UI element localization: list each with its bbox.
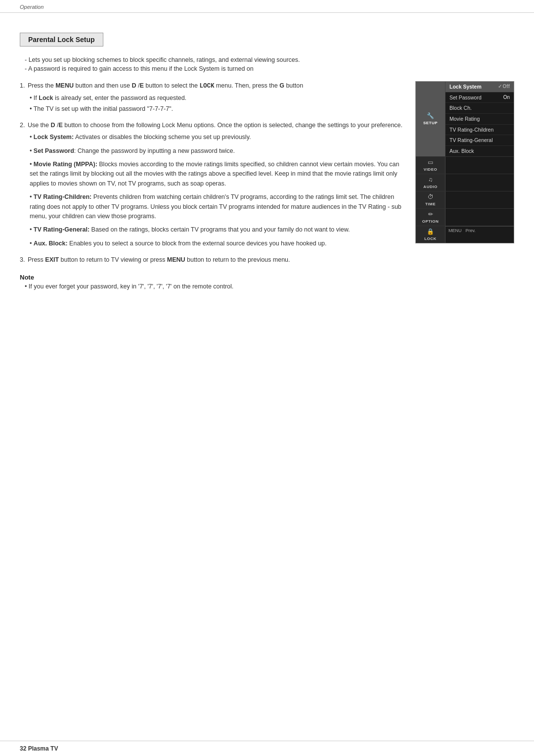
menu-item-tv-rating-general: TV Rating-General — [445, 135, 514, 146]
menu-row-lock: 🔒 LOCK MENU Prev. — [416, 226, 514, 243]
step-3: 3. Press EXIT button to return to TV vie… — [20, 255, 405, 265]
menu-item-block-ch: Block Ch. — [445, 103, 514, 114]
menu-row-setup: 🔧 SETUP Lock System ✓Off Set Password On… — [416, 82, 514, 157]
step1-sub-1: If Lock is already set, enter the passwo… — [30, 94, 405, 103]
step-2: 2. Use the D /E button to choose from th… — [20, 121, 405, 248]
lock-system-label: Lock System — [449, 83, 482, 91]
menu-item-set-password: Set Password On — [445, 93, 514, 103]
step-2-number: 2. — [20, 122, 25, 129]
main-content: Parental Lock Setup Lets you set up bloc… — [0, 13, 534, 317]
lock-icon: 🔒 — [427, 228, 434, 235]
option-tv-rating-children: TV Rating-Children: Prevents children fr… — [30, 192, 405, 221]
menu-bottom-bar: MENU Prev. — [445, 226, 514, 235]
section-label: Operation — [20, 4, 44, 10]
option-movie-rating: Movie Rating (MPPA): Blocks movies accor… — [30, 160, 405, 189]
time-icon: ⏱ — [428, 193, 434, 200]
menu-cat-time: ⏱ TIME — [416, 191, 445, 208]
option-items — [445, 209, 514, 226]
set-password-value: On — [503, 94, 510, 101]
lock-label: LOCK — [424, 236, 437, 241]
menu-cat-lock: 🔒 LOCK — [416, 226, 445, 243]
audio-icon: ♫ — [428, 176, 433, 183]
audio-label: AUDIO — [423, 185, 437, 189]
footer: 32 Plasma TV — [0, 741, 534, 756]
menu-cat-setup: 🔧 SETUP — [416, 82, 445, 156]
note-text: If you ever forget your password, key in… — [20, 283, 405, 290]
top-bar: Operation — [0, 0, 534, 13]
option-icon: ✏ — [428, 211, 433, 218]
video-icon: ▭ — [428, 159, 433, 166]
setup-icon: 🔧 — [427, 112, 434, 119]
menu-cat-audio: ♫ AUDIO — [416, 174, 445, 191]
video-items — [445, 157, 514, 174]
menu-item-aux-block: Aux. Block — [445, 146, 514, 156]
lock-system-value: ✓Off — [498, 83, 510, 90]
menu-item-movie-rating: Movie Rating — [445, 114, 514, 125]
option-tv-rating-general: TV Rating-General: Based on the ratings,… — [30, 225, 405, 235]
intro-item-1: Lets you set up blocking schemes to bloc… — [25, 56, 514, 63]
option-aux-block: Aux. Block: Enables you to select a sour… — [30, 239, 405, 248]
tv-menu-panel: 🔧 SETUP Lock System ✓Off Set Password On… — [415, 81, 514, 243]
step1-subbullets: If Lock is already set, enter the passwo… — [20, 94, 405, 114]
option-set-password: Set Password: Change the password by inp… — [30, 146, 405, 156]
menu-label: MENU — [448, 228, 462, 233]
menu-row-video: ▭ VIDEO — [416, 157, 514, 174]
option-label: OPTION — [422, 219, 439, 224]
menu-row-time: ⏱ TIME — [416, 191, 514, 209]
time-label: TIME — [425, 202, 436, 206]
set-password-label: Set Password — [449, 94, 482, 101]
setup-items: Lock System ✓Off Set Password On Block C… — [445, 82, 514, 156]
step1-sub-2: The TV is set up with the initial passwo… — [30, 104, 405, 114]
menu-row-option: ✏ OPTION — [416, 209, 514, 226]
option-lock-system: Lock System: Activates or disables the b… — [30, 133, 405, 142]
page-container: Operation Parental Lock Setup Lets you s… — [0, 0, 534, 756]
menu-row-audio: ♫ AUDIO — [416, 174, 514, 191]
step-3-number: 3. — [20, 256, 25, 263]
menu-cat-video: ▭ VIDEO — [416, 157, 445, 174]
intro-list: Lets you set up blocking schemes to bloc… — [20, 56, 514, 72]
step-1-number: 1. — [20, 82, 25, 89]
step-1: 1. Press the MENU button and then use D … — [20, 81, 405, 114]
intro-item-2: A password is required to gain access to… — [25, 65, 514, 72]
prev-label: Prev. — [466, 228, 476, 233]
menu-item-tv-rating-children: TV Rating-Children — [445, 125, 514, 136]
video-label: VIDEO — [424, 167, 437, 172]
option-bullets: Lock System: Activates or disables the b… — [20, 133, 405, 248]
lock-items: MENU Prev. — [445, 226, 514, 243]
time-items — [445, 191, 514, 208]
step1-container: 1. Press the MENU button and then use D … — [20, 81, 514, 290]
menu-item-lock-system: Lock System ✓Off — [445, 82, 514, 93]
note-title: Note — [20, 274, 405, 281]
step1-text: 1. Press the MENU button and then use D … — [20, 81, 405, 290]
audio-items — [445, 174, 514, 191]
setup-label: SETUP — [423, 121, 438, 125]
note-section: Note If you ever forget your password, k… — [20, 274, 405, 290]
menu-cat-option: ✏ OPTION — [416, 209, 445, 226]
section-title: Parental Lock Setup — [20, 33, 103, 47]
page-info: 32 Plasma TV — [20, 745, 58, 752]
